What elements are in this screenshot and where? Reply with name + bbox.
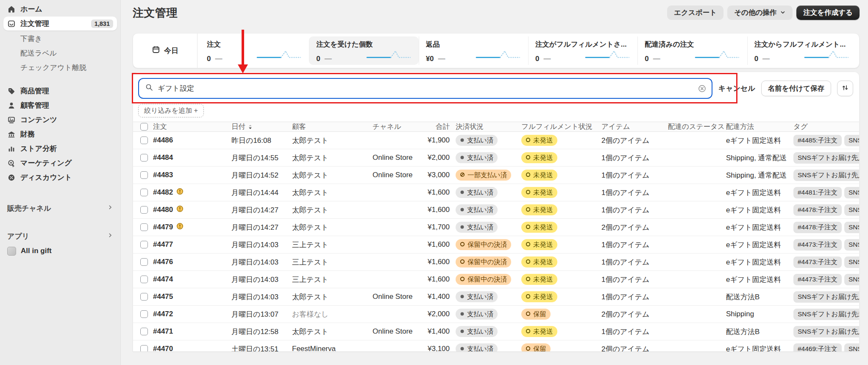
cell-tags: #4478:子注文SNSギフト: [793, 222, 859, 233]
sidebar-section-sales-channels[interactable]: 販売チャネル: [3, 201, 117, 215]
cell-items: 2個のアイテム: [601, 344, 668, 352]
row-checkbox[interactable]: [140, 189, 148, 196]
sidebar-item-orders[interactable]: 注文管理1,831: [3, 17, 117, 31]
row-checkbox[interactable]: [140, 137, 148, 144]
sidebar-item-abandoned-checkouts[interactable]: チェックアウト離脱: [3, 60, 117, 75]
sidebar-item-customers[interactable]: 顧客管理: [3, 98, 117, 112]
sidebar-item-discounts[interactable]: ディスカウント: [3, 170, 117, 184]
metric-ordered-items[interactable]: 注文を受けた個数0—: [309, 36, 418, 65]
row-checkbox[interactable]: [140, 276, 148, 283]
fulfillment-status-badge: 未発送: [521, 239, 557, 250]
cell-customer: お客様なし: [292, 309, 373, 319]
row-checkbox[interactable]: [140, 241, 148, 248]
table-row[interactable]: #4477月曜日の14:03三上テスト¥1,600保留中の決済未発送1個のアイテ…: [133, 236, 859, 254]
cell-tags: SNSギフトお届け先入力済: [793, 326, 859, 337]
sidebar-item-content[interactable]: コンテンツ: [3, 113, 117, 127]
table-row[interactable]: #4484月曜日の14:55太郎テストOnline Store¥2,000支払い…: [133, 149, 859, 167]
cancel-button[interactable]: キャンセル: [718, 84, 755, 93]
sort-button[interactable]: [837, 81, 853, 96]
row-checkbox[interactable]: [140, 171, 148, 179]
metrics: 注文0—注文を受けた個数0—返品¥0—注文がフルフィルメントさ...0—配達済み…: [198, 33, 859, 68]
cell-payment-status: 支払い済: [456, 204, 521, 215]
cell-customer: 太郎テスト: [292, 170, 373, 180]
column-header-tags: タグ: [793, 122, 859, 131]
home-icon: [7, 5, 16, 14]
sidebar-item-shipping-labels[interactable]: 配送ラベル: [3, 46, 117, 60]
payment-status-badge: 支払い済: [456, 135, 498, 146]
table-row[interactable]: #4471月曜日の12:58太郎テストOnline Store¥1,400支払い…: [133, 323, 859, 340]
table-row[interactable]: #4483月曜日の14:52太郎テストOnline Store¥3,000一部支…: [133, 167, 859, 184]
row-checkbox[interactable]: [140, 223, 148, 231]
row-checkbox[interactable]: [140, 293, 148, 301]
add-filter-button[interactable]: 絞り込みを追加 +: [138, 104, 204, 117]
row-checkbox[interactable]: [140, 310, 148, 318]
cell-payment-status: 支払い済: [456, 222, 521, 233]
tag-pill: #4473:子注文: [793, 256, 842, 268]
sidebar-item-all-in-gift[interactable]: All in gift: [3, 244, 117, 258]
cell-total: ¥1,600: [420, 258, 456, 266]
cell-customer: 太郎テスト: [292, 223, 373, 232]
table-row[interactable]: #4474月曜日の14:03三上テスト¥1,600保留中の決済未発送1個のアイテ…: [133, 271, 859, 288]
finances-icon: [7, 130, 16, 139]
metric-orders[interactable]: 注文0—: [200, 36, 309, 65]
column-header-payment-status: 決済状況: [456, 122, 521, 131]
filled-dot-icon: [460, 154, 465, 162]
row-checkbox[interactable]: [140, 154, 148, 162]
fulfillment-status-badge: 未発送: [521, 135, 557, 146]
filled-dot-icon: [460, 328, 465, 335]
metric-label: 返品: [426, 40, 521, 48]
row-checkbox[interactable]: [140, 258, 148, 266]
clear-search-button[interactable]: [698, 84, 707, 93]
tag-pill: #4478:子注文: [793, 222, 842, 233]
payment-status-badge: 支払い済: [456, 187, 498, 198]
table-row[interactable]: #4486昨日の16:08太郎テスト¥1,900支払い済未発送2個のアイテムeギ…: [133, 132, 859, 149]
cell-tags: SNSギフトお届け先未入力済: [793, 309, 859, 320]
metric-label: 注文からフルフィルメント...: [754, 40, 850, 48]
export-button[interactable]: エクスポート: [667, 6, 723, 20]
table-row[interactable]: #4479月曜日の14:27太郎テスト¥1,700支払い済未発送2個のアイテムe…: [133, 219, 859, 236]
table-row[interactable]: #4472月曜日の13:07お客様なし¥2,000支払い済保留2個のアイテムSh…: [133, 306, 859, 323]
metric-returns[interactable]: 返品¥0—: [419, 36, 528, 65]
payment-status-badge: 支払い済: [456, 291, 498, 302]
sidebar-item-marketing[interactable]: マーケティング: [3, 156, 117, 170]
table-row[interactable]: #4482月曜日の14:44太郎テスト¥1,600支払い済未発送1個のアイテムe…: [133, 184, 859, 201]
sidebar-item-finances[interactable]: 財務: [3, 127, 117, 141]
row-checkbox[interactable]: [140, 328, 148, 335]
column-header-date[interactable]: 日付: [231, 122, 292, 131]
discounts-icon: [7, 173, 16, 182]
cell-customer: 太郎テスト: [292, 153, 373, 163]
sidebar-section-apps[interactable]: アプリ: [3, 229, 117, 243]
period-selector[interactable]: 今日: [133, 33, 198, 68]
metric-delivered-orders[interactable]: 配達済みの注文0—: [637, 36, 747, 65]
table-row[interactable]: #4470土曜日の13:51FeestMinerva¥3,100支払い済保留2個…: [133, 340, 859, 351]
select-all-checkbox[interactable]: [140, 123, 148, 131]
column-header-delivery-status: 配達のステータス: [668, 122, 726, 131]
cell-tags: SNSギフトお届け先入力済: [793, 291, 859, 303]
metric-time-to-fulfill[interactable]: 注文からフルフィルメント...0—: [747, 36, 857, 65]
metric-orders-fulfilled[interactable]: 注文がフルフィルメントさ...0—: [528, 36, 637, 65]
open-circle-icon: [460, 276, 465, 283]
row-checkbox[interactable]: [140, 345, 148, 351]
cell-delivery-method: eギフト固定送料: [726, 205, 793, 215]
sidebar-item-drafts[interactable]: 下書き: [3, 31, 117, 46]
payment-status-badge: 保留中の決済: [456, 239, 511, 250]
table-row[interactable]: #4475月曜日の14:03太郎テストOnline Store¥1,400支払い…: [133, 288, 859, 306]
calendar-icon: [152, 45, 160, 56]
column-header-delivery-method: 配達方法: [726, 122, 793, 131]
create-order-button[interactable]: 注文を作成する: [796, 6, 860, 20]
fulfillment-status-badge: 未発送: [521, 326, 557, 337]
cell-payment-status: 支払い済: [456, 343, 521, 351]
fulfillment-status-badge: 未発送: [521, 204, 557, 215]
fulfillment-status-badge: 保留: [521, 309, 551, 320]
table-row[interactable]: #4480月曜日の14:27太郎テスト¥1,600支払い済未発送1個のアイテムe…: [133, 201, 859, 219]
sidebar-item-home[interactable]: ホーム: [3, 2, 117, 16]
table-row[interactable]: #4476月曜日の14:03三上テスト¥1,600保留中の決済未発送1個のアイテ…: [133, 254, 859, 271]
save-as-button[interactable]: 名前を付けて保存: [761, 81, 831, 96]
tag-pill: SNSギフト: [844, 343, 859, 352]
row-checkbox[interactable]: [140, 206, 148, 214]
tag-pill: SNSギフトお届け先入力済: [793, 152, 859, 164]
sidebar-item-analytics[interactable]: ストア分析: [3, 142, 117, 156]
search-input[interactable]: [158, 84, 693, 93]
more-actions-button[interactable]: その他の操作: [727, 6, 793, 20]
sidebar-item-products[interactable]: 商品管理: [3, 84, 117, 98]
